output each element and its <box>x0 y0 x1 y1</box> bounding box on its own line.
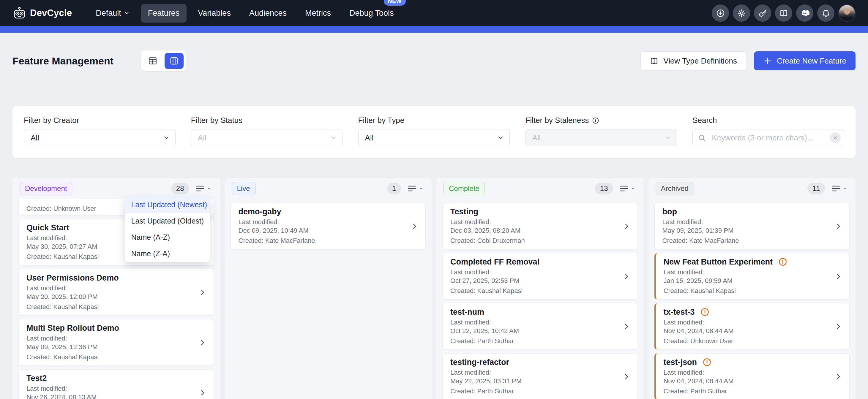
filter-status-placeholder: All <box>198 133 207 142</box>
feature-card-title: tx-test-3 <box>663 307 695 317</box>
feature-card[interactable]: testing-refactorLast modified:May 22, 20… <box>442 353 638 399</box>
view-type-definitions-button[interactable]: View Type Definitions <box>641 52 746 70</box>
column-header: Live1 <box>224 178 432 199</box>
column-count-badge: 11 <box>807 182 825 195</box>
card-created-by: Created: Kaushal Kapasi <box>26 303 193 311</box>
filter-type-select[interactable]: All <box>358 129 510 146</box>
settings-gear-icon[interactable] <box>733 4 750 22</box>
card-title-row: bop <box>662 207 829 217</box>
view-type-definitions-label: View Type Definitions <box>663 57 737 66</box>
chevron-right-icon <box>623 372 630 381</box>
column-sort-button[interactable] <box>618 184 637 194</box>
key-icon[interactable] <box>754 4 771 22</box>
create-new-feature-label: Create New Feature <box>777 57 846 66</box>
stale-warning-icon <box>778 257 787 267</box>
feature-card[interactable]: User Permissions DemoLast modified:May 2… <box>19 269 214 315</box>
nav-item-features[interactable]: Features <box>141 4 187 23</box>
sort-option[interactable]: Name (A-Z) <box>125 229 210 245</box>
column-count-badge: 28 <box>171 182 189 195</box>
feature-card-title: Completed FF Removal <box>450 257 539 267</box>
chevron-right-icon <box>623 222 630 231</box>
feature-card[interactable]: New Feat Button ExperimentLast modified:… <box>654 253 850 300</box>
docs-book-icon[interactable] <box>775 4 792 22</box>
card-created-by: Created: Cobi Druxerman <box>450 237 617 245</box>
clear-search-button[interactable] <box>830 132 841 143</box>
feature-card-title: New Feat Button Experiment <box>663 257 773 267</box>
card-title-row: Testing <box>450 207 617 217</box>
filter-creator-select[interactable]: All <box>24 129 176 146</box>
chevron-right-icon <box>834 222 842 231</box>
feature-card[interactable]: bopLast modified:May 09, 2025, 01:39 PMC… <box>654 203 850 250</box>
create-new-feature-button[interactable]: Create New Feature <box>754 52 856 70</box>
navbar-actions <box>712 4 856 22</box>
user-avatar[interactable] <box>838 4 856 22</box>
column-sort-button[interactable] <box>194 184 213 194</box>
feature-card[interactable]: Multi Step Rollout DemoLast modified:May… <box>19 319 214 366</box>
filter-staleness-group: Filter by Staleness All <box>525 116 677 146</box>
feature-card[interactable]: demo-gabyLast modified:Dec 09, 2025, 10:… <box>230 203 426 250</box>
chevron-right-icon <box>623 322 630 331</box>
add-circle-icon[interactable] <box>712 4 729 22</box>
notifications-bell-icon[interactable] <box>817 4 834 22</box>
feature-card[interactable]: Test2Last modified:Nov 26, 2024, 08:13 A… <box>19 369 214 399</box>
chevron-down-icon <box>330 134 337 141</box>
column-status-badge: Complete <box>443 182 485 195</box>
column-sort-button[interactable] <box>406 184 425 194</box>
feature-card[interactable]: tx-test-3Last modified:Nov 04, 2024, 08:… <box>654 303 850 350</box>
filter-staleness-placeholder: All <box>532 133 540 142</box>
feature-card[interactable]: Completed FF RemovalLast modified:Oct 27… <box>442 253 638 300</box>
table-view-button[interactable] <box>143 53 162 69</box>
nav-item-metrics[interactable]: Metrics <box>298 4 338 23</box>
sort-option[interactable]: Last Updated (Newest)✓ <box>125 197 210 213</box>
kanban-board: Development28Created: Unknown UserQuick … <box>0 178 868 399</box>
filter-staleness-select[interactable]: All <box>525 129 677 146</box>
page-title: Feature Management <box>12 55 114 67</box>
card-last-modified-label: Last modified: <box>450 368 617 377</box>
card-created-by: Created: Kaushal Kapasi <box>26 353 193 361</box>
nav-item-variables[interactable]: Variables <box>191 4 238 23</box>
card-last-modified-date: Jan 15, 2025, 09:59 AM <box>663 277 829 285</box>
column-header: Archived11 <box>649 178 856 199</box>
sort-lines-icon <box>620 185 628 192</box>
filter-status-group: Filter by Status All <box>191 116 343 146</box>
column-card-list: bopLast modified:May 09, 2025, 01:39 PMC… <box>649 199 856 399</box>
sort-dropdown-menu: Last Updated (Newest)✓Last Updated (Olde… <box>124 196 210 262</box>
nav-item-debug-tools[interactable]: Debug ToolsNEW <box>342 4 401 23</box>
card-last-modified-date: May 22, 2025, 03:31 PM <box>450 377 617 385</box>
sort-option[interactable]: Name (Z-A) <box>125 245 210 262</box>
chevron-right-icon <box>834 372 842 381</box>
filter-status-select[interactable]: All <box>191 129 343 146</box>
chevron-right-icon <box>199 288 207 297</box>
chevron-right-icon <box>410 222 418 231</box>
feature-card-title: Multi Step Rollout Demo <box>26 323 119 333</box>
caret-down-icon <box>631 186 636 191</box>
nav-item-audiences[interactable]: Audiences <box>242 4 294 23</box>
kanban-view-button[interactable] <box>164 53 184 69</box>
feature-card[interactable]: test-numLast modified:Oct 22, 2025, 10:4… <box>442 303 638 350</box>
chevron-right-icon <box>834 372 842 381</box>
card-title-row: tx-test-3 <box>663 307 829 317</box>
card-last-modified-label: Last modified: <box>663 268 829 276</box>
chevron-right-icon <box>623 372 630 381</box>
board-column-development: Development28Created: Unknown UserQuick … <box>12 178 220 399</box>
column-sort-button[interactable] <box>830 184 848 194</box>
devcycle-logo[interactable]: DevCycle <box>12 6 72 20</box>
caret-down-icon <box>842 186 847 191</box>
feature-card-title: test-num <box>450 307 484 317</box>
card-title-row: User Permissions Demo <box>26 273 193 283</box>
feature-card[interactable]: TestingLast modified:Dec 03, 2025, 08:20… <box>442 203 638 250</box>
sort-option[interactable]: Last Updated (Oldest) <box>125 213 210 229</box>
card-created-by: Created: Kaushal Kapasi <box>450 287 617 295</box>
card-created-by: Created: Unknown User <box>663 337 829 345</box>
chevron-right-icon <box>623 272 630 281</box>
project-selector[interactable]: Default <box>89 4 137 23</box>
search-input[interactable] <box>692 129 844 146</box>
card-last-modified-date: Dec 03, 2025, 08:20 AM <box>450 227 617 235</box>
nav-item-label: Debug Tools <box>349 9 394 18</box>
close-icon <box>833 135 838 140</box>
feature-card[interactable]: test-jsonLast modified:Nov 04, 2024, 08:… <box>654 353 850 399</box>
table-view-icon <box>148 56 157 66</box>
discord-icon[interactable] <box>796 4 813 22</box>
filter-creator-label: Filter by Creator <box>24 116 176 125</box>
board-column-live: Live1demo-gabyLast modified:Dec 09, 2025… <box>224 178 432 399</box>
